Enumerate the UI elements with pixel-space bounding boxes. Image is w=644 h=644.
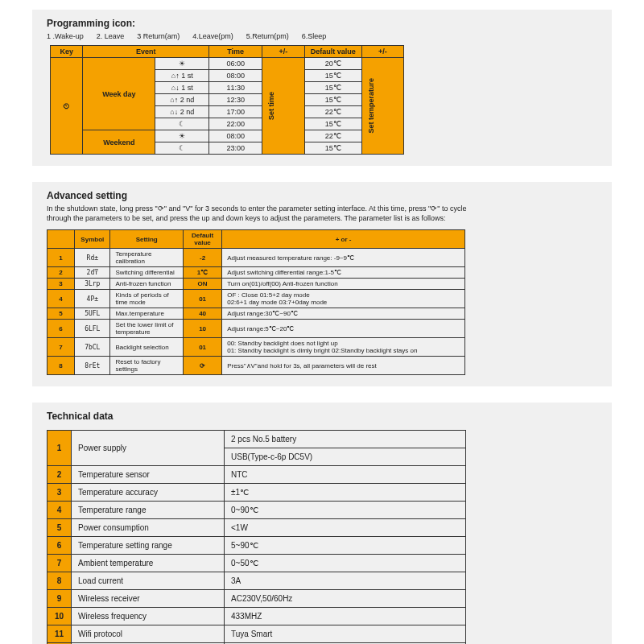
adv-symbol: Rd± (75, 249, 110, 267)
adv-desc-cell: Adjust switching differential range:1-5℃ (222, 267, 465, 279)
set-time-label: Set time (262, 58, 304, 155)
adv-header: Default value (183, 230, 221, 249)
adv-setting: Switching differential (110, 267, 184, 279)
adv-desc-cell: Adjust measured temperature range: -9~9℃ (222, 249, 465, 267)
prog-header: Key (51, 46, 83, 58)
adv-num: 7 (47, 338, 75, 357)
tech-value: USB(Type-c-6p DC5V) (225, 448, 466, 466)
tech-num: 2 (47, 466, 72, 484)
adv-num: 2 (47, 267, 75, 279)
tech-value: 0~50℃ (225, 555, 466, 572)
default-value-cell: 15℃ (304, 94, 361, 106)
prog-header: Event (83, 46, 209, 58)
adv-header: Symbol (75, 230, 110, 249)
tech-label: Wifi protocol (72, 625, 225, 643)
tech-value: 5~90℃ (225, 537, 466, 555)
tech-value: ±1℃ (225, 484, 466, 502)
adv-num: 4 (47, 290, 75, 308)
adv-setting: Temperature calibration (110, 249, 184, 267)
period-icon: ☀ (155, 130, 208, 142)
tech-label: Load current (72, 572, 225, 590)
technical-table: 1Power supply2 pcs No.5 batteryUSB(Type-… (47, 430, 466, 644)
adv-header: Setting (110, 230, 184, 249)
programming-panel: Programming icon: 1 .Wake-up2. Leave3 Re… (32, 10, 612, 166)
adv-default: 10 (183, 320, 221, 338)
adv-num: 1 (47, 249, 75, 267)
time-cell: 08:00 (208, 70, 262, 82)
tech-num: 11 (47, 625, 72, 643)
time-cell: 11:30 (208, 82, 262, 94)
advanced-title: Advanced setting (47, 190, 597, 201)
adv-symbol: 6LFL (75, 320, 110, 338)
tech-num: 3 (47, 484, 72, 502)
adv-symbol: 4P± (75, 290, 110, 308)
adv-symbol: 7bCL (75, 338, 110, 357)
adv-desc-cell: 00: Standby backlight does not light up … (222, 338, 465, 357)
default-value-cell: 15℃ (304, 118, 361, 130)
advanced-table: SymbolSettingDefault value+ or -1Rd±Temp… (47, 229, 465, 375)
legend-item: 3 Return(am) (137, 32, 180, 40)
legend-item: 2. Leave (97, 32, 125, 40)
prog-header: +/- (262, 46, 304, 58)
legend-item: 1 .Wake-up (47, 32, 84, 40)
tech-num: 9 (47, 590, 72, 608)
tech-label: Ambient temperature (72, 555, 225, 572)
prog-header: +/- (361, 46, 403, 58)
adv-desc-cell: OF : Close 01:5+2 day mode 02:6+1 day mo… (222, 290, 465, 308)
default-value-cell: 15℃ (304, 82, 361, 94)
time-cell: 12:30 (208, 94, 262, 106)
programming-legend: 1 .Wake-up2. Leave3 Return(am)4.Leave(pm… (47, 32, 597, 40)
programming-title: Programming icon: (47, 18, 597, 29)
programming-table: KeyEventTime+/-Default value+/-⏲Week day… (50, 45, 404, 155)
adv-num: 8 (47, 357, 75, 375)
legend-item: 6.Sleep (302, 32, 327, 40)
adv-default: 40 (183, 308, 221, 320)
time-cell: 23:00 (208, 142, 262, 155)
event-group: Weekend (83, 130, 155, 155)
advanced-desc: In the shutdown state, long press "⟳" an… (47, 204, 481, 223)
technical-title: Technical data (47, 411, 597, 422)
adv-default: 01 (183, 338, 221, 357)
time-cell: 17:00 (208, 106, 262, 118)
default-value-cell: 20℃ (304, 58, 361, 70)
clock-icon: ⏲ (51, 58, 83, 155)
adv-default: -2 (183, 249, 221, 267)
period-icon: ☾ (155, 118, 208, 130)
tech-label: Power consumption (72, 519, 225, 537)
tech-num: 8 (47, 572, 72, 590)
adv-default: ⟳ (183, 357, 221, 375)
adv-desc-cell: Adjust range:5℃~20℃ (222, 320, 465, 338)
adv-setting: Anti-frozen function (110, 279, 184, 290)
period-icon: ☀ (155, 58, 208, 70)
period-icon: ⌂↓ 2 nd (155, 106, 208, 118)
default-value-cell: 15℃ (304, 70, 361, 82)
adv-desc-cell: Turn on(01)/off(00) Anti-frozen function (222, 279, 465, 290)
prog-header: Default value (304, 46, 361, 58)
legend-item: 5.Return(pm) (246, 32, 289, 40)
legend-item: 4.Leave(pm) (192, 32, 233, 40)
tech-label: Temperature setting range (72, 537, 225, 555)
tech-value: 0~90℃ (225, 502, 466, 519)
tech-value: AC230V,50/60Hz (225, 590, 466, 608)
set-temp-label: Set temperature (361, 58, 403, 155)
advanced-panel: Advanced setting In the shutdown state, … (32, 182, 612, 386)
adv-setting: Set the lower limit of temperature (110, 320, 184, 338)
adv-desc-cell: Press"∧V"and hold for 3s, all parameters… (222, 357, 465, 375)
time-cell: 22:00 (208, 118, 262, 130)
tech-value: <1W (225, 519, 466, 537)
tech-value: Tuya Smart (225, 625, 466, 643)
adv-setting: Kinds of periods of time mode (110, 290, 184, 308)
technical-panel: Technical data 1Power supply2 pcs No.5 b… (32, 402, 612, 644)
default-value-cell: 22℃ (304, 130, 361, 142)
adv-setting: Max.temperature (110, 308, 184, 320)
period-icon: ⌂↑ 1 st (155, 70, 208, 82)
tech-value: NTC (225, 466, 466, 484)
adv-symbol: 8rEt (75, 357, 110, 375)
tech-label: Temperature range (72, 502, 225, 519)
adv-setting: Backlight selection (110, 338, 184, 357)
tech-label: Temperature sensor (72, 466, 225, 484)
tech-num: 5 (47, 519, 72, 537)
adv-header: + or - (222, 230, 465, 249)
tech-num: 10 (47, 608, 72, 625)
adv-symbol: 2d₸ (75, 267, 110, 279)
